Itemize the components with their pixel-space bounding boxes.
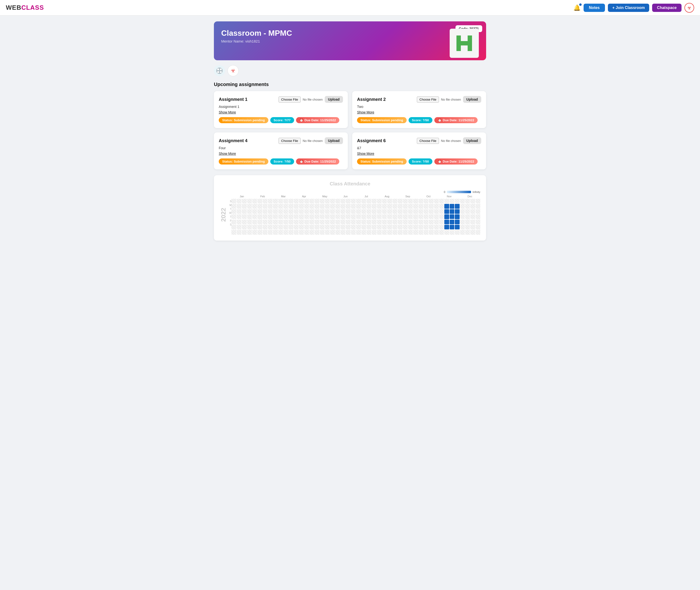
assignment-4-choose-file[interactable]: Choose File [278, 138, 301, 144]
cell-9-4-2 [429, 220, 433, 224]
assignment-4-due-badge: ⏰ Due Date: 11/25/2022 [296, 159, 339, 165]
cell-6-6-2 [366, 230, 371, 234]
cell-8-0-2 [408, 199, 413, 203]
cell-7-5-3 [392, 225, 397, 229]
assignment-4-show-more[interactable]: Show More [219, 152, 236, 156]
assignment-4-title: Assignment 4 [219, 138, 247, 143]
assignment-1-show-more[interactable]: Show More [219, 110, 236, 114]
cell-1-2-2 [263, 209, 267, 214]
cell-7-6-1 [382, 230, 387, 234]
cell-7-1-3 [392, 204, 397, 208]
cell-4-1-1 [320, 204, 325, 208]
cell-8-0-0 [398, 199, 402, 203]
main-content: Code: 30271 Classroom - MPMC Mentor Name… [209, 15, 491, 247]
cell-10-5-0 [439, 225, 444, 229]
cell-group-8-4 [398, 220, 418, 224]
cell-4-5-2 [325, 225, 330, 229]
cell-6-6-0 [356, 230, 361, 234]
assignment-2-upload-button[interactable]: Upload [463, 96, 481, 103]
assignment-2-title: Assignment 2 [357, 97, 386, 102]
cell-9-2-3 [434, 209, 439, 214]
assignment-4-score-badge: Score: ?/50 [270, 159, 294, 165]
cell-8-2-3 [413, 209, 418, 214]
cell-6-1-2 [366, 204, 371, 208]
cell-9-5-1 [424, 225, 428, 229]
cell-5-5-3 [351, 225, 356, 229]
assignment-6-title: Assignment 6 [357, 138, 386, 143]
month-label-sep: Sep [398, 195, 418, 198]
cell-10-6-3 [455, 230, 459, 234]
assignment-4-badges: Status: Submission pending Score: ?/50 ⏰… [219, 159, 343, 165]
grid-rows [232, 199, 480, 235]
cell-7-0-1 [382, 199, 387, 203]
grid-row-1 [232, 204, 480, 208]
svg-rect-10 [217, 71, 219, 73]
cell-group-1-0 [252, 199, 272, 203]
day-F: F [229, 219, 232, 222]
avatar[interactable]: ☣ [685, 3, 694, 13]
cell-11-3-2 [470, 214, 475, 219]
cell-5-4-3 [351, 220, 356, 224]
cell-0-6-2 [242, 230, 247, 234]
cell-4-0-3 [330, 199, 335, 203]
cell-6-3-3 [372, 214, 376, 219]
assignment-6-upload-button[interactable]: Upload [463, 137, 481, 144]
cell-7-6-3 [392, 230, 397, 234]
legend-min-label: 0 [444, 191, 445, 193]
cell-6-4-0 [356, 220, 361, 224]
cell-0-3-2 [242, 214, 247, 219]
cell-9-1-2 [429, 204, 433, 208]
member-bio-icon[interactable]: ☣ [228, 65, 239, 76]
cell-11-1-1 [465, 204, 470, 208]
cell-0-4-3 [247, 220, 252, 224]
assignment-6-choose-file[interactable]: Choose File [417, 138, 439, 144]
month-label-nov: Nov [439, 195, 459, 198]
cell-3-2-3 [310, 209, 314, 214]
join-classroom-button[interactable]: + Join Classroom [608, 4, 649, 12]
cell-group-0-0 [232, 199, 252, 203]
cell-group-1-4 [252, 220, 272, 224]
cell-6-1-3 [372, 204, 376, 208]
cell-11-2-3 [476, 209, 480, 214]
cell-10-5-1 [444, 225, 449, 229]
assignment-2-choose-file[interactable]: Choose File [417, 96, 439, 103]
cell-group-7-3 [377, 214, 397, 219]
cell-group-4-5 [315, 225, 335, 229]
assignment-1-badges: Status: Submission pending Score: ?/77 ⏰… [219, 117, 343, 123]
assignment-6-show-more[interactable]: Show More [357, 152, 374, 156]
assignment-2-no-file: No file chosen [441, 98, 461, 101]
cell-11-1-3 [476, 204, 480, 208]
svg-rect-2 [456, 41, 472, 45]
cell-5-5-2 [346, 225, 350, 229]
cell-3-5-2 [304, 225, 309, 229]
cell-group-5-0 [335, 199, 356, 203]
assignment-1-choose-file[interactable]: Choose File [278, 96, 301, 103]
chatspace-button[interactable]: Chatspace [652, 4, 682, 12]
attendance-section: Class Attendance 0 Infinity 2022 S M T W… [214, 175, 486, 240]
cell-9-2-0 [419, 209, 423, 214]
cell-0-2-0 [232, 209, 236, 214]
cell-7-0-0 [377, 199, 381, 203]
cell-8-3-1 [403, 214, 408, 219]
cell-group-11-6 [460, 230, 480, 234]
cell-group-10-5 [439, 225, 459, 229]
cell-group-1-2 [252, 209, 272, 214]
assignment-1-upload-button[interactable]: Upload [325, 96, 343, 103]
cell-group-9-6 [419, 230, 439, 234]
cell-3-0-3 [310, 199, 314, 203]
cell-4-1-3 [330, 204, 335, 208]
cell-7-2-0 [377, 209, 381, 214]
assignment-2-show-more[interactable]: Show More [357, 110, 374, 114]
cell-7-1-2 [387, 204, 392, 208]
cell-5-6-0 [335, 230, 340, 234]
notes-button[interactable]: Notes [584, 4, 605, 12]
bell-icon[interactable]: 🔔 [574, 4, 581, 11]
cell-1-4-3 [268, 220, 272, 224]
clock-icon-1: ⏰ [299, 118, 303, 122]
legend-gradient [447, 191, 471, 193]
member-grid-icon[interactable] [214, 65, 225, 76]
month-label-jun: Jun [335, 195, 356, 198]
cell-8-2-0 [398, 209, 402, 214]
assignment-4-upload-button[interactable]: Upload [325, 137, 343, 144]
assignment-1-header: Assignment 1 Choose File No file chosen … [219, 96, 343, 103]
